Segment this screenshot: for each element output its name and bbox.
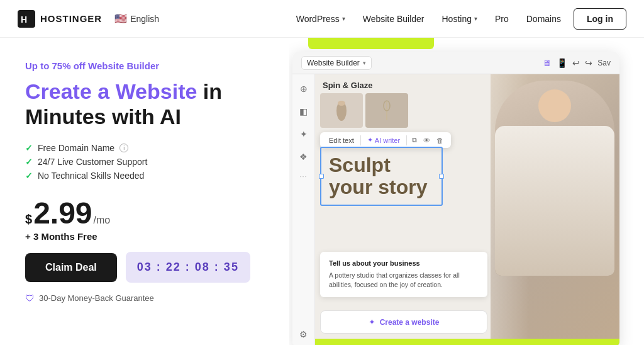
ai-sparkle-icon: ✦ — [369, 317, 375, 327]
add-icon[interactable]: ⊕ — [297, 82, 311, 96]
edit-toolbar: Edit text ✦ AI writer ⧉ 👁 🗑 — [320, 132, 451, 148]
builder-body: ⊕ ◧ ✦ ❖ ··· ⚙ Spin & Glaze — [292, 74, 619, 345]
edit-text-button[interactable]: Edit text — [325, 135, 358, 145]
navbar: H HOSTINGER 🇺🇸 English WordPress ▾ Websi… — [0, 0, 644, 38]
chevron-down-icon: ▾ — [363, 60, 366, 66]
ai-star-icon: ✦ — [367, 136, 373, 144]
nav-pro[interactable]: Pro — [495, 14, 509, 24]
resize-handle-right[interactable] — [439, 174, 444, 179]
chevron-down-icon: ▾ — [342, 15, 345, 22]
logo-text: HOSTINGER — [40, 13, 102, 24]
business-description: A pottery studio that organizes classes … — [329, 271, 479, 290]
price-dollar: $ — [25, 213, 32, 225]
person-head — [538, 89, 571, 122]
main-content: Up to 75% off Website Builder Create a W… — [0, 38, 644, 345]
canvas-inner: Spin & Glaze — [315, 74, 619, 345]
resize-handle-left[interactable] — [319, 174, 324, 179]
builder-icons: 🖥 📱 ↩ ↪ Sav — [543, 58, 611, 68]
save-label[interactable]: Sav — [597, 59, 611, 67]
canvas-photo — [491, 74, 619, 345]
ai-tool-icon[interactable]: ✦ — [297, 127, 311, 141]
canvas-image-row — [320, 93, 408, 128]
green-accent-bar — [308, 38, 434, 49]
elements-icon[interactable]: ❖ — [297, 150, 311, 164]
mobile-icon[interactable]: 📱 — [557, 58, 567, 68]
hero-title: Create a Website in Minutes with AI — [25, 79, 264, 129]
shield-icon: 🛡 — [25, 293, 35, 303]
language-selector[interactable]: 🇺🇸 English — [114, 13, 159, 25]
redo-icon[interactable]: ↪ — [585, 58, 592, 68]
svg-point-3 — [338, 101, 345, 106]
eye-icon[interactable]: 👁 — [421, 135, 433, 145]
separator — [406, 135, 407, 145]
layers-icon[interactable]: ◧ — [297, 105, 311, 118]
nav-links: WordPress ▾ Website Builder Hosting ▾ Pr… — [296, 14, 561, 24]
hero-badge: Up to 75% off Website Builder — [25, 60, 264, 71]
desktop-icon[interactable]: 🖥 — [543, 58, 552, 68]
cta-row: Claim Deal 03 : 22 : 08 : 35 — [25, 252, 264, 283]
nav-website-builder[interactable]: Website Builder — [363, 14, 425, 24]
builder-tab-label: Website Builder — [307, 59, 360, 67]
builder-topbar: Website Builder ▾ 🖥 📱 ↩ ↪ Sav — [292, 52, 619, 74]
business-title: Tell us about your business — [329, 259, 479, 267]
claim-deal-button[interactable]: Claim Deal — [25, 253, 117, 282]
price-section: $ 2.99 /mo + 3 Months Free — [25, 198, 264, 242]
title-purple: Create a Website — [25, 79, 197, 103]
create-website-label: Create a website — [380, 318, 440, 327]
info-icon[interactable]: i — [119, 144, 128, 152]
price-number: 2.99 — [33, 198, 92, 229]
price-display: $ 2.99 /mo — [25, 198, 264, 229]
sculpt-text-box[interactable]: Sculpt your story — [320, 147, 443, 206]
builder-toolbar: ⊕ ◧ ✦ ❖ ··· ⚙ — [292, 74, 315, 345]
check-icon: ✓ — [25, 171, 33, 181]
features-list: ✓ Free Domain Name i ✓ 24/7 Live Custome… — [25, 143, 264, 184]
guarantee-row: 🛡 30-Day Money-Back Guarantee — [25, 293, 264, 303]
builder-tab[interactable]: Website Builder ▾ — [301, 56, 372, 70]
copy-icon[interactable]: ⧉ — [409, 135, 419, 145]
nav-domains[interactable]: Domains — [526, 14, 561, 24]
more-icon[interactable]: ··· — [299, 172, 307, 180]
ai-writer-button[interactable]: ✦ AI writer — [364, 135, 404, 145]
feature-no-skills: ✓ No Technical Skills Needed — [25, 171, 264, 181]
check-icon: ✓ — [25, 143, 33, 153]
price-period: /mo — [94, 215, 111, 226]
price-bonus: + 3 Months Free — [25, 231, 264, 242]
site-name: Spin & Glaze — [323, 81, 372, 90]
feature-support: ✓ 24/7 Live Customer Support — [25, 157, 264, 167]
logo[interactable]: H HOSTINGER — [18, 10, 102, 28]
delete-icon[interactable]: 🗑 — [434, 135, 446, 145]
login-button[interactable]: Log in — [574, 8, 626, 30]
badge-discount: 75% — [52, 60, 71, 71]
bottom-green-bar — [315, 339, 619, 345]
builder-panel: Website Builder ▾ 🖥 📱 ↩ ↪ Sav ⊕ ◧ — [292, 52, 619, 345]
language-label: English — [130, 14, 159, 24]
person-figure — [495, 81, 614, 276]
separator — [360, 135, 361, 145]
person-body — [495, 126, 614, 276]
sculpt-headline: Sculpt your story — [329, 154, 434, 198]
nav-wordpress[interactable]: WordPress ▾ — [296, 14, 345, 24]
chevron-down-icon: ▾ — [474, 15, 477, 22]
builder-canvas: Spin & Glaze — [315, 74, 619, 345]
hero-left: Up to 75% off Website Builder Create a W… — [0, 38, 289, 345]
settings-bottom-icon[interactable]: ⚙ — [297, 327, 311, 341]
guarantee-text: 30-Day Money-Back Guarantee — [39, 293, 154, 303]
hero-right: Website Builder ▾ 🖥 📱 ↩ ↪ Sav ⊕ ◧ — [289, 38, 644, 345]
svg-text:H: H — [21, 14, 27, 25]
badge-suffix: off Website Builder — [71, 60, 160, 71]
canvas-image-2 — [365, 93, 408, 128]
business-card: Tell us about your business A pottery st… — [320, 252, 487, 297]
feature-domain: ✓ Free Domain Name i — [25, 143, 264, 153]
badge-prefix: Up to — [25, 60, 52, 71]
countdown-timer: 03 : 22 : 08 : 35 — [126, 252, 250, 283]
create-website-button[interactable]: ✦ Create a website — [320, 310, 487, 334]
nav-hosting[interactable]: Hosting ▾ — [441, 14, 477, 24]
undo-icon[interactable]: ↩ — [572, 58, 580, 68]
check-icon: ✓ — [25, 157, 33, 167]
canvas-image-1 — [320, 93, 363, 128]
flag-icon: 🇺🇸 — [114, 13, 127, 25]
